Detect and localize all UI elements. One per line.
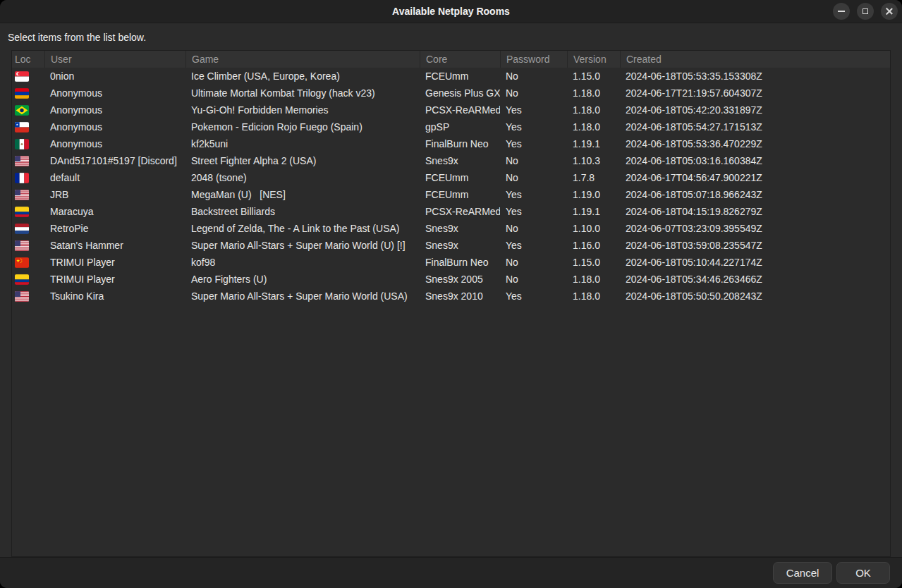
cell-created: 2024-06-07T03:23:09.395549Z <box>620 223 890 234</box>
window-controls <box>833 3 898 20</box>
cell-game: kf2k5uni <box>185 138 420 149</box>
cell-user: Satan's Hammer <box>44 240 185 251</box>
ok-button[interactable]: OK <box>836 562 890 584</box>
cell-core: FCEUmm <box>420 172 500 183</box>
netplay-rooms-dialog: Available Netplay Rooms Select items fro… <box>0 0 902 588</box>
cell-version: 1.10.0 <box>567 223 620 234</box>
cell-user: default <box>44 172 185 183</box>
cell-loc <box>12 156 44 166</box>
cell-created: 2024-06-18T05:50:50.208243Z <box>620 290 890 302</box>
cell-version: 1.7.8 <box>567 172 620 183</box>
maximize-icon <box>863 8 868 14</box>
cell-created: 2024-06-18T05:42:20.331897Z <box>620 104 890 116</box>
column-header-password[interactable]: Password <box>500 51 567 68</box>
cell-game: Backstreet Billiards <box>185 206 420 217</box>
cell-user: Maracuya <box>44 206 185 217</box>
cell-core: PCSX-ReARMed <box>420 104 500 116</box>
flag-icon-france <box>15 173 29 183</box>
flag-icon-chile <box>15 122 29 133</box>
cell-game: Yu-Gi-Oh! Forbidden Memories <box>185 104 420 116</box>
cell-created: 2024-06-18T03:59:08.235547Z <box>620 240 890 251</box>
table-row[interactable]: TRIMUI Player kof98 FinalBurn Neo No 1.1… <box>12 254 890 271</box>
close-icon <box>885 7 894 16</box>
table-row[interactable]: Satan's Hammer Super Mario All-Stars + S… <box>12 237 890 254</box>
cell-version: 1.18.0 <box>567 87 620 99</box>
table-row[interactable]: JRB MegaMan (U) [NES] FCEUmm Yes 1.19.0 … <box>12 186 890 203</box>
table-row[interactable]: 0nion Ice Climber (USA, Europe, Korea) F… <box>12 68 890 85</box>
table-row[interactable]: Anonymous Yu-Gi-Oh! Forbidden Memories P… <box>12 102 890 118</box>
column-header-version[interactable]: Version <box>567 51 620 68</box>
table-row[interactable]: Maracuya Backstreet Billiards PCSX-ReARM… <box>12 203 890 220</box>
cell-core: FCEUmm <box>420 71 500 82</box>
cell-user: JRB <box>44 189 185 200</box>
cell-loc <box>12 71 44 82</box>
cell-loc <box>12 88 44 99</box>
flag-icon-brazil <box>15 105 29 116</box>
flag-icon-armenia <box>15 88 29 99</box>
cell-game: Super Mario All-Stars + Super Mario Worl… <box>185 290 420 302</box>
cancel-button[interactable]: Cancel <box>773 562 832 584</box>
cell-loc <box>12 105 44 116</box>
table-row[interactable]: RetroPie Legend of Zelda, The - A Link t… <box>12 220 890 237</box>
cell-version: 1.19.1 <box>567 138 620 149</box>
rooms-tbody: 0nion Ice Climber (USA, Europe, Korea) F… <box>12 68 890 556</box>
cell-core: Snes9x <box>420 223 500 234</box>
column-header-game[interactable]: Game <box>185 51 420 68</box>
dialog-footer: Cancel OK <box>0 557 902 588</box>
cell-user: TRIMUI Player <box>44 274 185 285</box>
cell-user: Anonymous <box>44 104 185 116</box>
flag-icon-colombia <box>15 274 29 285</box>
cell-user: Anonymous <box>44 138 185 149</box>
cell-game: Pokemon - Edicion Rojo Fuego (Spain) <box>185 121 420 133</box>
table-row[interactable]: TRIMUI Player Aero Fighters (U) Snes9x 2… <box>12 271 890 288</box>
cell-version: 1.18.0 <box>567 104 620 116</box>
table-row[interactable]: Anonymous Ultimate Mortal Kombat Trilogy… <box>12 85 890 102</box>
cell-password: Yes <box>500 240 567 251</box>
flag-icon-colombia <box>15 207 29 217</box>
flag-icon-netherlands <box>15 223 29 234</box>
cell-password: No <box>500 257 567 268</box>
table-row[interactable]: Tsukino Kira Super Mario All-Stars + Sup… <box>12 288 890 305</box>
maximize-button[interactable] <box>857 3 874 20</box>
flag-icon-singapore <box>15 71 29 82</box>
column-header-core[interactable]: Core <box>420 51 500 68</box>
column-header-user[interactable]: User <box>44 51 185 68</box>
cell-loc <box>12 173 44 183</box>
close-button[interactable] <box>881 3 898 20</box>
cell-game: Street Fighter Alpha 2 (USA) <box>185 155 420 166</box>
cell-version: 1.18.0 <box>567 121 620 133</box>
cell-password: Yes <box>500 206 567 217</box>
window-title: Available Netplay Rooms <box>392 6 510 17</box>
minimize-icon <box>838 11 845 12</box>
cell-password: No <box>500 155 567 166</box>
cell-created: 2024-06-18T05:53:35.153308Z <box>620 71 890 82</box>
cell-core: Snes9x <box>420 155 500 166</box>
flag-icon-mexico <box>15 139 29 149</box>
cell-created: 2024-06-18T05:07:18.966243Z <box>620 189 890 200</box>
cell-created: 2024-06-18T05:53:36.470229Z <box>620 138 890 149</box>
minimize-button[interactable] <box>833 3 850 20</box>
table-row[interactable]: default 2048 (tsone) FCEUmm No 1.7.8 202… <box>12 169 890 186</box>
flag-icon-united-states <box>15 240 29 251</box>
cell-core: Genesis Plus GX <box>420 87 500 99</box>
table-row[interactable]: Anonymous kf2k5uni FinalBurn Neo Yes 1.1… <box>12 135 890 152</box>
column-header-loc[interactable]: Loc <box>12 51 44 68</box>
cell-loc <box>12 190 44 200</box>
cell-created: 2024-06-18T05:10:44.227174Z <box>620 257 890 268</box>
cell-created: 2024-06-17T21:19:57.604307Z <box>620 87 890 99</box>
cell-user: Anonymous <box>44 87 185 99</box>
cell-game: Legend of Zelda, The - A Link to the Pas… <box>185 223 420 234</box>
cell-game: Ultimate Mortal Kombat Trilogy (hack v23… <box>185 87 420 99</box>
table-row[interactable]: DAnd517101#5197 [Discord] Street Fighter… <box>12 152 890 169</box>
cell-loc <box>12 257 44 268</box>
table-row[interactable]: Anonymous Pokemon - Edicion Rojo Fuego (… <box>12 118 890 135</box>
flag-icon-united-states <box>15 156 29 166</box>
titlebar[interactable]: Available Netplay Rooms <box>0 0 902 23</box>
cell-password: No <box>500 71 567 82</box>
cell-created: 2024-06-18T05:54:27.171513Z <box>620 121 890 133</box>
cell-created: 2024-06-17T04:56:47.900221Z <box>620 172 890 183</box>
cell-core: gpSP <box>420 121 500 133</box>
cell-password: No <box>500 172 567 183</box>
cell-password: Yes <box>500 121 567 133</box>
column-header-created[interactable]: Created <box>620 51 890 68</box>
